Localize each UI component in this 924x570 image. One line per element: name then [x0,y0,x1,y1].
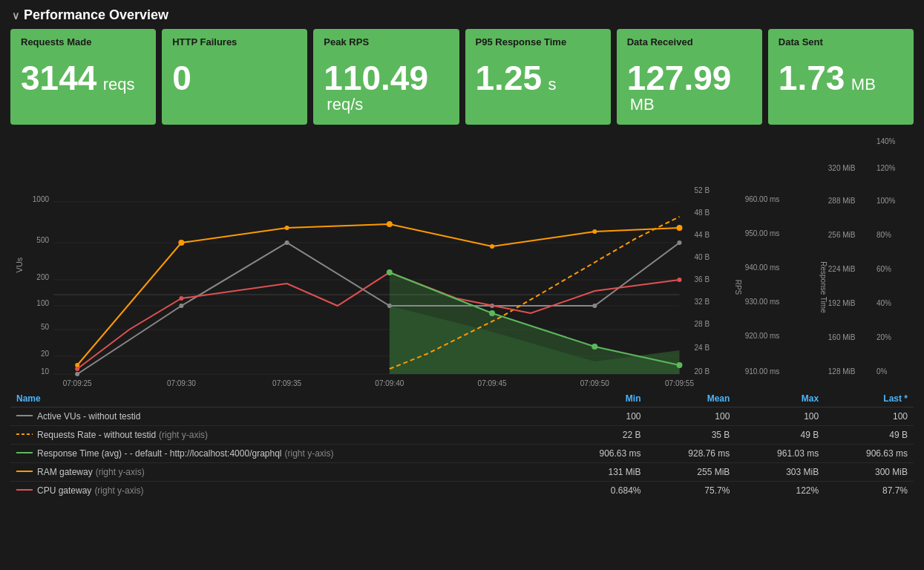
svg-text:07:09:50: 07:09:50 [580,379,609,387]
legend-row-2: Response Time (avg) - - default - http:/… [10,445,914,463]
legend-min-1: 22 B [558,426,647,445]
legend-min-3: 131 MiB [558,463,647,482]
svg-point-71 [75,367,79,371]
stat-value-4: 127.99 MB [627,61,752,114]
svg-text:500: 500 [36,236,49,244]
chart-container: VUs 10 20 50 100 200 500 1000 07:09:25 0… [10,135,914,387]
stat-value-3: 1.25 s [476,61,600,95]
legend-mean-3: 255 MiB [647,463,736,482]
svg-text:930.00 ms: 930.00 ms [745,298,780,306]
svg-text:288 MiB: 288 MiB [828,197,856,205]
svg-text:50: 50 [41,323,50,331]
svg-text:20: 20 [41,350,50,358]
legend-last-2: 906.63 ms [825,445,914,463]
svg-text:160 MiB: 160 MiB [828,333,856,341]
svg-text:40 B: 40 B [695,253,710,261]
svg-text:48 B: 48 B [695,209,710,217]
svg-point-74 [677,278,681,282]
legend-last-4: 87.7% [825,482,914,500]
stat-value-0: 3144 reqs [21,61,145,95]
y-axis-label: VUs [15,257,24,272]
svg-text:10: 10 [41,367,50,376]
legend-row-1: Requests Rate - without testid(right y-a… [10,426,914,445]
svg-text:36 B: 36 B [695,275,710,284]
legend-min-2: 906.63 ms [558,445,647,463]
legend-last-0: 100 [825,407,914,426]
legend-mean-0: 100 [647,407,736,426]
stat-label-2: Peak RPS [324,36,448,48]
stat-card-4: Data Received 127.99 MB [617,29,762,125]
page-title: Performance Overview [24,7,168,23]
svg-point-65 [178,240,184,246]
legend-name-0: Active VUs - without testid [10,407,558,426]
stat-value-2: 110.49 req/s [324,61,448,114]
col-min: Min [558,390,647,407]
svg-point-69 [592,229,597,234]
svg-point-75 [387,269,393,275]
svg-text:320 MiB: 320 MiB [828,164,856,172]
svg-text:RPS: RPS [734,280,742,295]
svg-text:192 MiB: 192 MiB [828,299,856,307]
svg-text:20%: 20% [877,333,891,341]
legend-max-2: 961.03 ms [735,445,825,463]
stat-card-2: Peak RPS 110.49 req/s [313,29,459,125]
chart-area: VUs 10 20 50 100 200 500 1000 07:09:25 0… [0,131,924,387]
col-mean: Mean [647,390,736,407]
svg-point-57 [75,372,79,376]
svg-text:07:09:35: 07:09:35 [272,379,301,387]
svg-text:60%: 60% [877,265,891,273]
svg-text:32 B: 32 B [695,298,710,306]
svg-text:140%: 140% [877,137,896,145]
svg-text:07:09:25: 07:09:25 [63,379,92,387]
legend-min-4: 0.684% [558,482,647,500]
stat-label-4: Data Received [627,36,752,48]
svg-text:07:09:45: 07:09:45 [478,379,507,387]
svg-text:Response Time: Response Time [819,261,828,313]
legend-last-1: 49 B [825,426,914,445]
stat-label-5: Data Sent [779,36,903,48]
stat-label-1: HTTP Failures [172,36,297,48]
svg-point-77 [592,344,597,350]
svg-point-66 [285,226,289,230]
svg-text:920.00 ms: 920.00 ms [745,332,780,340]
svg-point-72 [179,296,183,301]
legend-max-4: 122% [735,482,825,500]
svg-text:24 B: 24 B [695,344,710,352]
svg-text:0%: 0% [877,367,888,376]
svg-text:80%: 80% [877,231,891,239]
legend-name-2: Response Time (avg) - - default - http:/… [10,445,558,463]
legend-name-4: CPU gateway(right y-axis) [10,482,558,500]
svg-text:07:09:55: 07:09:55 [665,379,694,387]
stat-card-3: P95 Response Time 1.25 s [465,29,611,125]
legend-max-1: 49 B [735,426,825,445]
legend-name-1: Requests Rate - without testid(right y-a… [10,426,558,445]
svg-point-58 [179,304,183,308]
svg-text:120%: 120% [877,164,896,172]
svg-text:28 B: 28 B [695,320,710,328]
col-name: Name [10,390,558,407]
svg-text:200: 200 [36,273,49,281]
stat-label-0: Requests Made [21,36,145,48]
legend-section: Name Min Mean Max Last * Active VUs - wi… [0,390,924,499]
svg-text:940.00 ms: 940.00 ms [745,263,780,272]
stat-card-1: HTTP Failures 0 [162,29,307,125]
stat-card-5: Data Sent 1.73 MB [768,29,914,125]
legend-max-3: 303 MiB [735,463,825,482]
chevron-icon: ∨ [12,10,19,22]
chart-svg: VUs 10 20 50 100 200 500 1000 07:09:25 0… [10,135,914,387]
page-header: ∨ Performance Overview [0,0,924,29]
svg-marker-55 [390,272,680,374]
stat-label-3: P95 Response Time [476,36,600,48]
svg-text:224 MiB: 224 MiB [828,265,856,273]
svg-text:20 B: 20 B [695,367,710,376]
svg-text:1000: 1000 [33,195,50,203]
svg-point-76 [489,310,495,316]
legend-min-0: 100 [558,407,647,426]
legend-row-3: RAM gateway(right y-axis)131 MiB255 MiB3… [10,463,914,482]
svg-text:960.00 ms: 960.00 ms [745,195,780,203]
stat-value-1: 0 [172,61,297,95]
svg-text:40%: 40% [877,299,891,307]
svg-point-62 [592,304,597,308]
legend-table: Name Min Mean Max Last * Active VUs - wi… [10,390,914,499]
svg-point-78 [676,362,682,368]
